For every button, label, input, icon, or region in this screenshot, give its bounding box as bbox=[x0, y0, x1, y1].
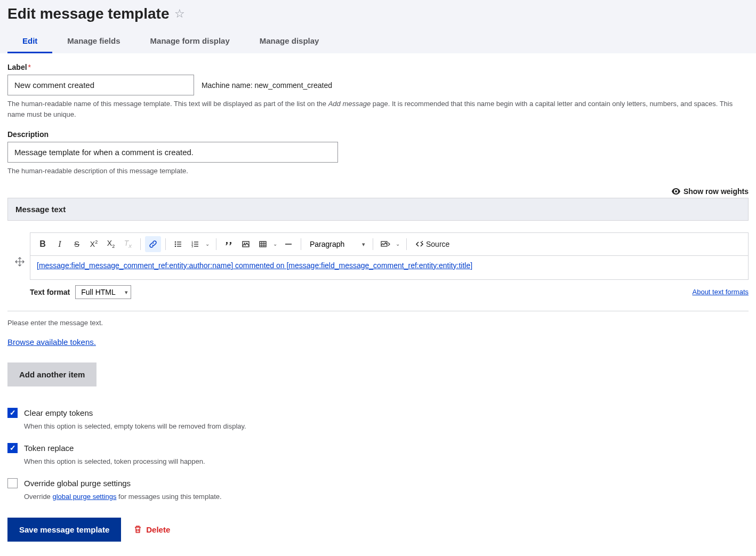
editor-content[interactable]: [message:field_message_comment_ref:entit… bbox=[30, 256, 748, 279]
override-purge-help: Override global purge settings for messa… bbox=[24, 493, 749, 501]
heading-select[interactable]: Paragraph bbox=[305, 238, 368, 251]
superscript-icon[interactable]: X2 bbox=[86, 236, 102, 252]
media-library-icon[interactable] bbox=[377, 236, 393, 252]
clear-empty-tokens-field: Clear empty tokens When this option is s… bbox=[7, 408, 749, 430]
token-replace-label: Token replace bbox=[24, 444, 74, 453]
description-field: Description The human-readable descripti… bbox=[7, 130, 749, 176]
toolbar-separator bbox=[165, 238, 166, 250]
browse-tokens-link[interactable]: Browse available tokens. bbox=[7, 337, 96, 347]
content: Label* Machine name: new_comment_created… bbox=[0, 53, 756, 556]
list-dropdown-icon[interactable]: ⌄ bbox=[203, 241, 212, 247]
override-purge-checkbox[interactable] bbox=[7, 478, 18, 488]
tab-manage-fields[interactable]: Manage fields bbox=[52, 31, 135, 53]
show-row-weights[interactable]: Show row weights bbox=[7, 187, 749, 196]
clear-empty-tokens-checkbox[interactable] bbox=[7, 408, 18, 418]
divider bbox=[7, 311, 749, 311]
label-label: Label bbox=[7, 63, 27, 71]
tab-edit[interactable]: Edit bbox=[7, 31, 52, 53]
description-help: The human-readable description of this m… bbox=[7, 166, 749, 176]
editor-body-link[interactable]: [message:field_message_comment_ref:entit… bbox=[37, 261, 472, 270]
description-label: Description bbox=[7, 130, 49, 139]
toolbar-separator bbox=[373, 238, 373, 250]
text-format-select[interactable]: Full HTML bbox=[75, 285, 131, 299]
machine-name: Machine name: new_comment_created bbox=[202, 81, 332, 90]
svg-rect-1 bbox=[177, 241, 181, 242]
tab-manage-form-display[interactable]: Manage form display bbox=[135, 31, 245, 53]
editor-toolbar: B I S X2 X2 Tx 123 ⌄ bbox=[30, 233, 748, 256]
description-input[interactable] bbox=[7, 142, 338, 163]
strikethrough-icon[interactable]: S bbox=[69, 236, 85, 252]
about-text-formats-link[interactable]: About text formats bbox=[693, 288, 749, 296]
svg-rect-9 bbox=[194, 244, 198, 244]
svg-rect-19 bbox=[285, 244, 292, 245]
toolbar-separator bbox=[140, 238, 141, 250]
svg-text:3: 3 bbox=[191, 245, 194, 248]
svg-rect-3 bbox=[177, 244, 181, 244]
star-icon[interactable]: ☆ bbox=[174, 7, 185, 21]
text-format-label: Text format bbox=[30, 288, 70, 296]
tabs: Edit Manage fields Manage form display M… bbox=[0, 25, 756, 53]
delete-link[interactable]: Delete bbox=[134, 525, 170, 534]
svg-rect-7 bbox=[194, 241, 198, 242]
clear-empty-tokens-help: When this option is selected, empty toke… bbox=[24, 422, 749, 430]
remove-format-icon[interactable]: Tx bbox=[120, 236, 136, 252]
svg-point-0 bbox=[175, 241, 176, 243]
form-actions: Save message template Delete bbox=[7, 518, 749, 542]
header-region: Edit message template ☆ Edit Manage fiel… bbox=[0, 0, 756, 53]
subscript-icon[interactable]: X2 bbox=[103, 236, 119, 252]
message-text-help: Please enter the message text. bbox=[7, 319, 749, 327]
source-button[interactable]: Source bbox=[411, 240, 454, 248]
italic-icon[interactable]: I bbox=[52, 236, 68, 252]
image-icon[interactable] bbox=[238, 236, 254, 252]
page-title: Edit message template bbox=[7, 5, 169, 22]
drag-handle-icon[interactable] bbox=[15, 257, 25, 267]
trash-icon bbox=[134, 525, 142, 534]
text-format-row: Text format Full HTML About text formats bbox=[30, 285, 749, 299]
token-replace-help: When this option is selected, token proc… bbox=[24, 457, 749, 465]
editor-box: B I S X2 X2 Tx 123 ⌄ bbox=[30, 232, 749, 280]
heading-select-wrap: Paragraph bbox=[305, 238, 368, 251]
eye-icon bbox=[672, 188, 680, 195]
global-purge-settings-link[interactable]: global purge settings bbox=[52, 493, 116, 501]
numbered-list-icon[interactable]: 123 bbox=[187, 236, 203, 252]
label-help: The human-readable name of this message … bbox=[7, 99, 749, 119]
svg-point-21 bbox=[422, 241, 423, 242]
label-input[interactable] bbox=[7, 75, 194, 95]
tab-manage-display[interactable]: Manage display bbox=[245, 31, 334, 53]
required-marker: * bbox=[28, 63, 31, 71]
bullet-list-icon[interactable] bbox=[170, 236, 186, 252]
toolbar-separator bbox=[301, 238, 301, 250]
table-icon[interactable] bbox=[255, 236, 271, 252]
table-dropdown-icon[interactable]: ⌄ bbox=[271, 241, 279, 247]
override-purge-field: Override global purge settings Override … bbox=[7, 478, 749, 501]
add-another-item-button[interactable]: Add another item bbox=[7, 362, 96, 386]
svg-rect-11 bbox=[194, 246, 198, 246]
clear-empty-tokens-label: Clear empty tokens bbox=[24, 408, 93, 417]
message-text-header: Message text bbox=[7, 198, 749, 221]
token-replace-field: Token replace When this option is select… bbox=[7, 443, 749, 465]
page-title-row: Edit message template ☆ bbox=[0, 0, 756, 25]
override-purge-label: Override global purge settings bbox=[24, 479, 131, 488]
token-replace-checkbox[interactable] bbox=[7, 443, 18, 453]
svg-rect-14 bbox=[260, 241, 266, 247]
toolbar-separator bbox=[216, 238, 216, 250]
blockquote-icon[interactable] bbox=[221, 236, 237, 252]
toolbar-separator bbox=[406, 238, 407, 250]
horizontal-rule-icon[interactable] bbox=[280, 236, 296, 252]
editor-wrapper: B I S X2 X2 Tx 123 ⌄ bbox=[7, 232, 749, 299]
link-icon[interactable] bbox=[145, 236, 161, 252]
svg-rect-5 bbox=[177, 246, 181, 246]
label-field: Label* Machine name: new_comment_created… bbox=[7, 63, 749, 119]
bold-icon[interactable]: B bbox=[35, 236, 51, 252]
save-button[interactable]: Save message template bbox=[7, 518, 121, 542]
media-dropdown-icon[interactable]: ⌄ bbox=[393, 241, 402, 247]
svg-point-4 bbox=[175, 245, 176, 247]
svg-point-2 bbox=[175, 243, 176, 245]
